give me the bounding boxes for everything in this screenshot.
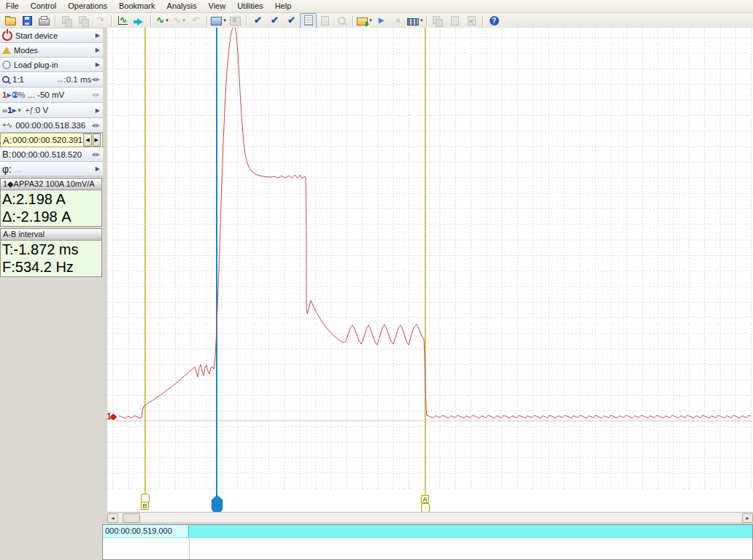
start-device-label: Start device <box>15 31 96 40</box>
phase-label: φ: <box>2 163 12 175</box>
toolbar-separator <box>150 15 152 26</box>
menu-item-analysis[interactable]: Analysis <box>161 1 203 12</box>
display-mode-button[interactable]: ▾ <box>210 13 227 28</box>
menu-item-utilities[interactable]: Utilities <box>231 1 269 12</box>
cursor-b-flag[interactable]: B <box>141 502 149 510</box>
time-position-row[interactable]: +∿ 000:00:00.518.336 ◀▶ <box>0 118 103 133</box>
menu-item-bookmark[interactable]: Bookmark <box>113 1 161 12</box>
waveform-plot-area[interactable]: BA <box>107 28 753 512</box>
trigger-row[interactable]: ∞ 1 ▶ ▼ +ƒ:0 V ▶ <box>0 103 103 118</box>
timeline-record-bar[interactable]: 000:00:00.519.000 <box>103 525 752 539</box>
waveform-time-icon: +∿ <box>2 121 12 129</box>
save-button[interactable] <box>19 13 36 28</box>
phase-row[interactable]: φ: ... ▶ <box>0 162 103 176</box>
menu-item-view[interactable]: View <box>203 1 232 12</box>
notes-button[interactable] <box>300 13 317 28</box>
scroll-right-button[interactable]: ► <box>742 513 753 523</box>
pages-icon <box>79 16 86 24</box>
chevron-right-icon[interactable]: ▶ <box>96 166 100 172</box>
channel-1-trace-marker: 1◆ <box>107 411 115 421</box>
toolbar-separator <box>482 15 484 26</box>
measurement-value-f: F:534.2 Hz <box>1 259 101 276</box>
open-record-button[interactable]: ▾ <box>356 13 373 28</box>
zoom-button[interactable] <box>333 13 350 28</box>
timebase-spinner[interactable]: ◀▶ <box>91 77 101 82</box>
signal-view-2-button[interactable]: ∿▾ <box>171 13 188 28</box>
menu-item-help[interactable]: Help <box>269 1 298 12</box>
save-icon <box>23 16 32 26</box>
horizontal-scrollbar[interactable]: ◄ ► <box>107 512 753 522</box>
measure-tool-button[interactable] <box>131 13 148 28</box>
channel-settings-row[interactable]: 1 ▶ ② % ... -50 mV ◀▶ <box>0 88 103 103</box>
page-icon <box>451 16 459 26</box>
timeline-row-2[interactable] <box>103 538 752 549</box>
check-1-button[interactable]: ✔ <box>250 13 266 28</box>
trigger-edge-icon: ▼ <box>17 107 23 114</box>
pages-icon <box>62 16 69 24</box>
axis-tool-button[interactable]: ∿ <box>115 13 131 28</box>
undo-button[interactable]: ↶ <box>188 13 204 28</box>
grayed-2-button[interactable] <box>447 13 463 28</box>
timeline-time-label: 000:00:00.519.000 <box>103 525 189 537</box>
help-button[interactable]: ? <box>486 13 503 28</box>
power-icon <box>2 31 12 41</box>
panel-button[interactable]: ▾ <box>406 13 424 28</box>
cursor-a-left-button[interactable]: ◀ <box>83 133 91 147</box>
copy-signal-button[interactable] <box>58 13 75 28</box>
dropdown-arrow-icon[interactable]: ▾ <box>182 18 185 23</box>
toolbar-separator <box>426 15 428 26</box>
auto-trigger-icon: ∞ <box>2 106 7 114</box>
scroll-left-button[interactable]: ◄ <box>107 513 118 523</box>
measurement-header: 1◆APPA32 100A 10mV/A <box>1 179 101 190</box>
dropdown-arrow-icon[interactable]: ▾ <box>420 18 423 23</box>
toolbar-separator <box>352 15 354 26</box>
signal-view-button[interactable]: ∿▾ <box>154 13 171 28</box>
image-icon <box>321 16 329 26</box>
menu-item-operations[interactable]: Operations <box>62 1 113 12</box>
time-spinner[interactable]: ◀▶ <box>91 122 101 128</box>
screen-close-button[interactable] <box>227 13 244 28</box>
grayed-1-button[interactable] <box>430 13 447 28</box>
sidebar-item-modes[interactable]: Modes ▶ <box>0 43 103 58</box>
export-button[interactable]: ↷ <box>92 13 109 28</box>
menu-item-control[interactable]: Control <box>25 1 62 12</box>
sidebar-item-start-device[interactable]: Start device ▶ <box>0 28 103 43</box>
help-icon: ? <box>490 16 499 26</box>
chevron-right-icon[interactable]: ▶ <box>96 107 100 114</box>
dropdown-arrow-icon[interactable]: ▾ <box>223 18 226 23</box>
sidebar-item-load-plugin[interactable]: Load plug-in ▶ <box>0 58 103 72</box>
load-plugin-label: Load plug-in <box>14 61 96 69</box>
sidebar: Start device ▶ Modes ▶ Load plug-in ▶ 1:… <box>0 28 103 560</box>
h-scale-icon: ↔ <box>57 76 64 84</box>
dropdown-arrow-icon[interactable]: ▾ <box>369 18 372 23</box>
paste-signal-button[interactable] <box>75 13 92 28</box>
timeline-row-3[interactable] <box>103 548 752 559</box>
cursor-b-spinner[interactable]: ◀▶ <box>91 152 101 158</box>
chevron-right-icon[interactable]: ▶ <box>96 61 100 68</box>
cursor-a-value: 000:00:00.520.391 <box>12 136 82 144</box>
toolbar: ↷∿∿▾∿▾↶▾✔✔✔▾▶■▾? <box>0 13 753 28</box>
print-button[interactable] <box>36 13 53 28</box>
stop-button[interactable]: ■ <box>390 13 406 28</box>
channel-1-trace <box>119 28 751 419</box>
play-button[interactable]: ▶ <box>373 13 390 28</box>
scrollbar-thumb[interactable] <box>123 513 140 523</box>
zoom-timebase-row[interactable]: 1:1 ↔:0.1 ms ◀▶ <box>0 72 103 88</box>
check-3-button[interactable]: ✔ <box>283 13 300 28</box>
cursor-a-flag[interactable]: A <box>421 495 429 503</box>
open-button[interactable] <box>2 13 19 28</box>
cursor-a-row[interactable]: A: 000:00:00.520.391 ◀ ▶ <box>0 133 103 147</box>
pages-icon <box>433 16 440 24</box>
chevron-right-icon[interactable]: ▶ <box>96 32 100 39</box>
check-icon: ✔ <box>271 15 279 26</box>
dropdown-arrow-icon[interactable]: ▾ <box>166 18 169 23</box>
chevron-right-icon[interactable]: ▶ <box>96 47 100 53</box>
channel-spinner[interactable]: ◀▶ <box>91 92 101 98</box>
timeline-divider <box>189 538 190 559</box>
menu-item-file[interactable]: File <box>0 1 25 12</box>
cursor-a-right-button[interactable]: ▶ <box>93 133 101 147</box>
check-2-button[interactable]: ✔ <box>266 13 283 28</box>
image-button[interactable] <box>317 13 333 28</box>
cursor-b-row[interactable]: B: 000:00:00.518.520 ◀▶ <box>0 147 103 162</box>
grayed-3-button[interactable] <box>463 13 480 28</box>
